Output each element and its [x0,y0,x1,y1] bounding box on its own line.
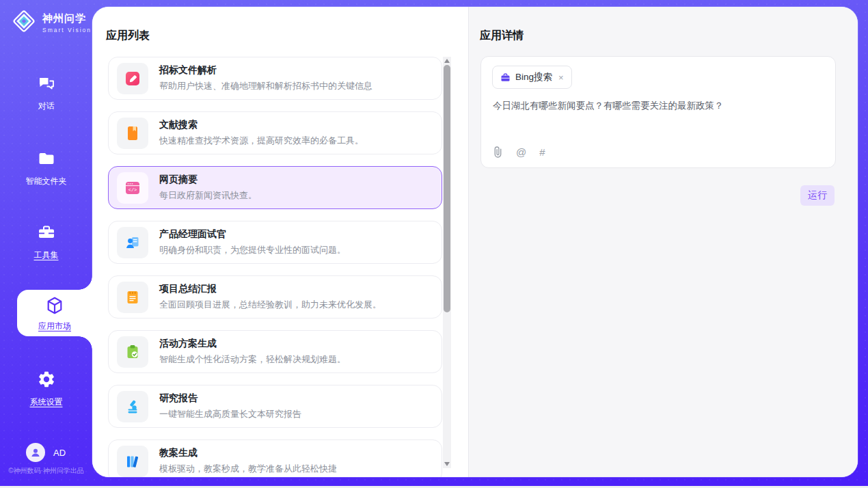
user-account[interactable]: AD [26,443,66,462]
app-card-pm-interviewer[interactable]: 产品经理面试官 明确身份和职责，为您提供专业性的面试问题。 [108,221,442,264]
tool-tag-bing-search[interactable]: Bing搜索 × [492,66,572,89]
app-desc: 快速精准查找学术资源，提高研究效率的必备工具。 [159,135,364,147]
sidebar-item-smart-folder[interactable]: 智能文件夹 [0,149,92,187]
sidebar-item-toolset[interactable]: 工具集 [0,223,92,261]
sidebar-item-label: 智能文件夹 [0,176,92,187]
app-card-project-summary[interactable]: 项目总结汇报 全面回顾项目进展，总结经验教训，助力未来优化发展。 [108,275,442,318]
tool-tag-label: Bing搜索 [515,71,552,83]
cube-icon [44,295,65,318]
mention-icon[interactable]: @ [516,146,526,158]
app-title: 产品经理面试官 [159,228,346,241]
microscope-icon [124,398,141,415]
app-title: 活动方案生成 [159,338,346,350]
app-desc: 模板驱动，教案秒成，教学准备从此轻松快捷 [159,463,337,475]
app-title: 教案生成 [159,447,337,459]
input-toolbar: @ # [493,146,545,158]
sidebar-footer: ©神州数码·神州问学出品 [0,466,92,476]
app-icon-box: </> [117,172,148,204]
book-icon [124,125,141,141]
sidebar-item-app-market[interactable]: 应用市场 [17,290,92,336]
sidebar-item-settings[interactable]: 系统设置 [0,370,92,408]
scroll-down-icon[interactable] [444,462,450,466]
run-button[interactable]: 运行 [800,185,835,206]
sidebar-item-label: 对话 [0,100,92,112]
prompt-card[interactable]: Bing搜索 × 今日湖北有哪些新闻要点？有哪些需要关注的最新政策？ @ # [480,56,836,168]
app-title: 招标文件解析 [159,64,372,77]
app-icon-box [117,282,148,313]
brand-name: 神州问学 [42,12,86,24]
app-title: 网页摘要 [159,174,257,186]
note-icon [124,289,141,306]
briefcase-icon [500,72,511,83]
app-card-research-report[interactable]: 研究报告 一键智能生成高质量长文本研究报告 [108,385,442,428]
sidebar-item-label: 应用市场 [17,321,92,332]
brand-subtitle: Smart Vision [42,27,92,33]
app-icon-box [117,118,148,149]
clipboard-check-icon [124,344,141,360]
app-desc: 明确身份和职责，为您提供专业性的面试问题。 [159,244,346,256]
app-desc: 一键智能生成高质量长文本研究报告 [159,408,301,420]
app-list: 招标文件解析 帮助用户快速、准确地理解和解析招标书中的关键信息 文献搜索 快速精… [108,57,442,477]
sidebar-item-label: 系统设置 [0,396,92,408]
app-desc: 每日政府新闻资讯快查。 [159,189,257,202]
prompt-text[interactable]: 今日湖北有哪些新闻要点？有哪些需要关注的最新政策？ [493,99,824,113]
sidebar-item-chat[interactable]: 对话 [0,74,92,112]
app-card-literature-search[interactable]: 文献搜索 快速精准查找学术资源，提高研究效率的必备工具。 [108,111,442,154]
app-window: 神州问学 Smart Vision 对话 智能文件夹 [0,0,868,488]
bubble-notch-top [79,276,92,290]
app-desc: 帮助用户快速、准确地理解和解析招标书中的关键信息 [159,80,372,92]
content-panel: 应用列表 招标文件解析 帮助用户快速、准确地理解和解析招标书中的关键信息 [92,7,858,477]
brand-logo: 神州问学 Smart Vision [11,8,92,37]
user-initials: AD [53,448,66,458]
diamond-logo-icon [11,8,37,37]
app-card-lesson-plan[interactable]: 教案生成 模板驱动，教案秒成，教学准备从此轻松快捷 [108,439,442,477]
chat-icon [37,83,56,95]
app-list-panel: 应用列表 招标文件解析 帮助用户快速、准确地理解和解析招标书中的关键信息 [92,7,468,477]
gear-icon [37,379,56,391]
books-icon [124,453,141,470]
bubble-notch-bottom [79,336,92,350]
app-icon-box [117,391,148,422]
app-icon-box [117,227,148,258]
toolbox-icon [37,232,56,244]
topic-icon[interactable]: # [539,146,545,158]
sidebar-item-label: 工具集 [0,249,92,261]
sidebar: 神州问学 Smart Vision 对话 智能文件夹 [0,0,92,486]
scrollbar-thumb[interactable] [444,65,450,312]
svg-text:</>: </> [128,187,137,193]
scroll-up-icon[interactable] [444,59,450,63]
close-icon[interactable]: × [558,72,564,83]
avatar [26,443,45,462]
app-icon-box [117,63,148,94]
app-title: 研究报告 [159,392,301,405]
app-card-event-plan[interactable]: 活动方案生成 智能生成个性化活动方案，轻松解决规划难题。 [108,330,442,373]
app-detail-title: 应用详情 [480,29,524,43]
browser-icon: </> [124,180,141,196]
app-detail-panel: 应用详情 Bing搜索 × 今日湖北有哪些新闻要点？有哪些需要关注的最新政策？ [468,7,858,477]
app-desc: 全面回顾项目进展，总结经验教训，助力未来优化发展。 [159,299,381,311]
app-list-title: 应用列表 [106,29,150,43]
app-card-web-summary[interactable]: </> 网页摘要 每日政府新闻资讯快查。 [108,166,442,209]
app-desc: 智能生成个性化活动方案，轻松解决规划难题。 [159,353,346,366]
folder-icon [37,159,56,170]
app-icon-box [117,336,148,368]
attach-icon[interactable] [493,146,503,158]
app-card-bid-analysis[interactable]: 招标文件解析 帮助用户快速、准确地理解和解析招标书中的关键信息 [108,57,442,100]
edit-icon [124,70,141,87]
interview-icon [124,234,141,251]
scrollbar-track[interactable] [443,57,451,468]
app-title: 项目总结汇报 [159,283,381,295]
app-icon-box [117,446,148,477]
app-title: 文献搜索 [159,119,364,131]
